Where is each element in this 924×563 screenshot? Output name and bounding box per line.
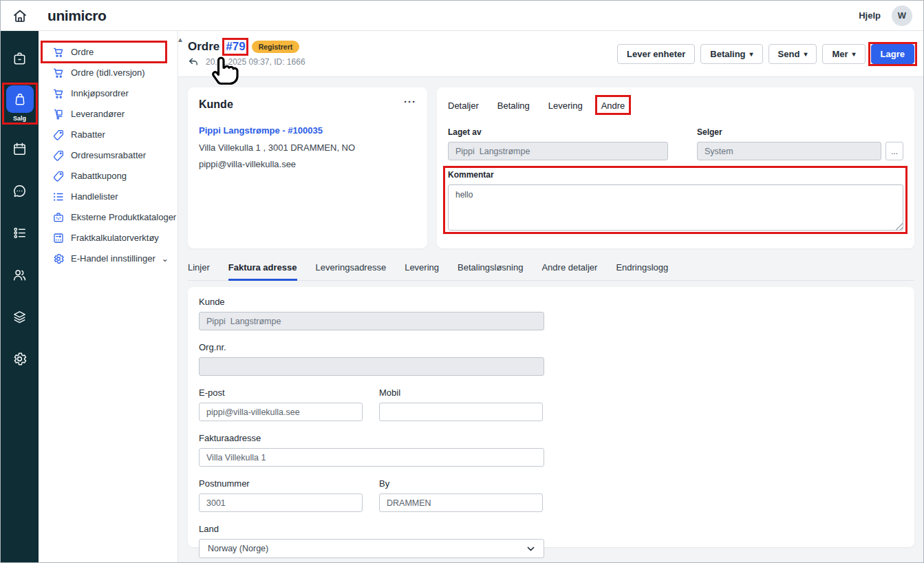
customer-address: Villa Villekulla 1 , 3001 DRAMMEN, NO (199, 142, 416, 153)
users-icon[interactable] (5, 259, 35, 290)
customer-link[interactable]: Pippi Langstrømpe - #100035 (199, 125, 416, 136)
selger-field (697, 142, 881, 160)
tab-betaling[interactable]: Betaling (497, 100, 530, 111)
rail-active-label: Salg (13, 115, 26, 122)
selger-more-button[interactable]: ... (885, 142, 903, 160)
sidebar-item-ordre-tidl[interactable]: Ordre (tidl.versjon) (43, 63, 165, 83)
tab-levering[interactable]: Levering (548, 100, 583, 111)
caret-down-icon: ▾ (852, 50, 856, 58)
caret-down-icon: ▾ (804, 50, 807, 58)
tab-linjer[interactable]: Linjer (188, 262, 210, 281)
sidebar-item-fraktkalkulatorverktoy[interactable]: Fraktkalkulatorverktøy (43, 228, 165, 248)
chevron-down-icon: ⌄ (162, 254, 169, 264)
laget-av-field (448, 142, 668, 160)
layers-icon[interactable] (5, 301, 35, 332)
rail-item-salg: Salg (6, 85, 34, 122)
more-options-icon[interactable]: ··· (404, 98, 416, 105)
help-link[interactable]: Hjelp (859, 10, 881, 21)
tab-andre[interactable]: Andre (601, 100, 625, 111)
sidebar-item-innkjopsordrer[interactable]: Innkjøpsordrer (43, 83, 165, 103)
sidebar: ▲ Ordre Ordre (tidl.versjon) Innkjøpsord… (39, 31, 178, 563)
avatar[interactable]: W (892, 6, 912, 26)
tab-levering-2[interactable]: Levering (405, 262, 439, 281)
caret-down-icon: ▾ (750, 50, 753, 58)
tab-andre-detaljer[interactable]: Andre detaljer (541, 262, 597, 281)
epost-field[interactable] (199, 403, 363, 421)
kunde-label: Kunde (199, 297, 903, 307)
calendar-icon[interactable] (5, 134, 35, 164)
land-select[interactable]: Norway (Norge) (199, 539, 544, 558)
kommentar-label: Kommentar (448, 170, 903, 180)
orgnr-label: Org.nr. (199, 342, 903, 352)
details-panel: Detaljer Betaling Levering Andre Laget a… (437, 87, 914, 248)
kommentar-section: Kommentar hello (448, 170, 903, 231)
laget-av-label: Laget av (448, 127, 668, 137)
payment-dropdown-button[interactable]: Betaling▾ (700, 44, 762, 64)
fakturaadresse-field[interactable] (199, 448, 544, 467)
sidebar-item-ordre[interactable]: Ordre (43, 42, 165, 62)
page-title: Ordre (188, 40, 219, 54)
home-icon[interactable] (12, 8, 28, 24)
land-label: Land (199, 524, 903, 534)
invoice-address-form: Kunde Org.nr. E-post Mobil (188, 287, 914, 547)
section-tabs: Linjer Faktura adresse Leveringsadresse … (188, 262, 914, 281)
postnummer-label: Postnummer (199, 478, 363, 489)
save-button[interactable]: Lagre (871, 44, 914, 64)
sidebar-item-leverandorer[interactable]: Leverandører (43, 104, 165, 124)
sidebar-item-handlelister[interactable]: Handlelister (43, 187, 165, 206)
order-number-link[interactable]: #79 (226, 40, 245, 54)
by-field[interactable] (379, 493, 543, 512)
archive-icon[interactable] (5, 43, 35, 74)
sidebar-item-rabatter[interactable]: Rabatter (43, 125, 165, 145)
mobil-label: Mobil (379, 387, 543, 398)
status-badge: Registrert (252, 41, 300, 53)
customer-card: Kunde ··· Pippi Langstrømpe - #100035 Vi… (188, 87, 427, 248)
customer-email: pippi@villa-villekulla.see (199, 159, 416, 169)
sidebar-item-ehandel-innstillinger[interactable]: E-Handel innstillinger ⌄ (43, 248, 165, 268)
tab-faktura-adresse[interactable]: Faktura adresse (228, 262, 297, 281)
chevron-down-icon (526, 544, 535, 553)
send-dropdown-button[interactable]: Send▾ (769, 44, 817, 64)
settings-gear-icon[interactable] (5, 343, 35, 374)
tab-endringslogg[interactable]: Endringslogg (616, 262, 668, 281)
mobil-field[interactable] (379, 403, 543, 421)
order-meta: 20.11.2025 09:37, ID: 1666 (206, 57, 305, 67)
sidebar-item-rabattkupong[interactable]: Rabattkupong (43, 166, 165, 186)
tab-detaljer[interactable]: Detaljer (448, 100, 479, 111)
collapse-sidebar-icon[interactable]: ▲ (177, 36, 184, 43)
orgnr-field (199, 357, 544, 376)
sales-bag-icon[interactable] (6, 85, 34, 113)
epost-label: E-post (199, 387, 363, 398)
kommentar-textarea[interactable]: hello (448, 184, 903, 231)
by-label: By (379, 478, 543, 489)
kunde-field (199, 312, 544, 330)
selger-label: Selger (697, 127, 903, 137)
topbar: unimicro Hjelp W (1, 1, 923, 31)
content: Kunde ··· Pippi Langstrømpe - #100035 Vi… (178, 77, 923, 563)
logo: unimicro (47, 8, 106, 24)
fakturaadresse-label: Fakturaadresse (199, 433, 903, 443)
deliver-units-button[interactable]: Lever enheter (617, 44, 695, 64)
sidebar-item-eksterne-produktkataloger[interactable]: Eksterne Produktkataloger (43, 207, 165, 227)
app-window: unimicro Hjelp W Salg (0, 0, 924, 563)
more-dropdown-button[interactable]: Mer▾ (822, 44, 865, 64)
chat-icon[interactable] (5, 176, 35, 206)
main-area: Ordre #79 Registrert 20.11.2025 09:37, I… (178, 31, 923, 563)
tab-betalingslosning[interactable]: Betalingsløsning (458, 262, 523, 281)
postnummer-field[interactable] (199, 493, 363, 512)
tab-leveringsadresse[interactable]: Leveringsadresse (316, 262, 387, 281)
page-header: Ordre #79 Registrert 20.11.2025 09:37, I… (178, 31, 923, 77)
tasks-list-icon[interactable] (5, 217, 35, 248)
back-arrow-icon[interactable] (188, 56, 199, 67)
nav-rail: Salg (1, 31, 39, 563)
customer-card-title: Kunde (199, 98, 233, 111)
sidebar-item-ordresumsrabatter[interactable]: Ordresumsrabatter (43, 145, 165, 165)
